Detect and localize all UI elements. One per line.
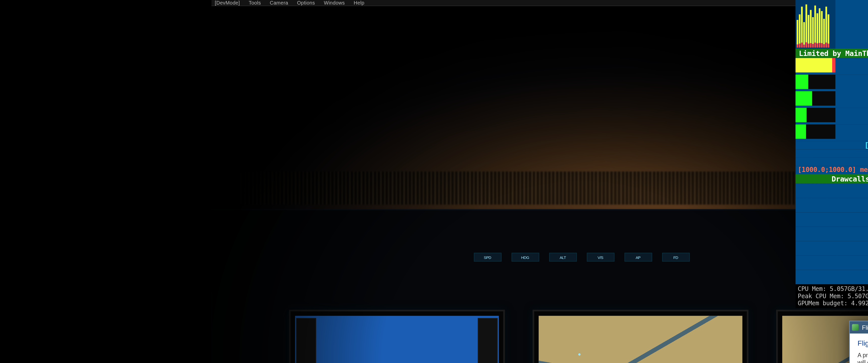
error-dialog[interactable]: FlightSimulator.exe ✕ FlightSimulator.ex… — [849, 321, 868, 363]
mcp-readout[interactable]: HDG — [511, 253, 539, 262]
dialog-heading: FlightSimulator.exe has stopped working — [858, 339, 868, 348]
thread-row: MainThread31.4 ms — [796, 58, 868, 75]
city-lights — [241, 171, 868, 205]
fps-overlay: 38.0 26.31 ms Tearing Inactive Screen 14… — [796, 0, 868, 308]
draw-item: Omni forward0 — [796, 212, 868, 227]
draw-item: Omni forward0 — [796, 184, 868, 198]
thread-ms: 9.1 ms — [839, 133, 868, 141]
mem-footer: CPU Mem: 5.057GB/31.913GBPeak CPU Mem: 5… — [796, 284, 868, 308]
dev-menu-bar[interactable]: [DevMode] Tools Camera Options Windows H… — [212, 0, 868, 6]
gpu-label: GPU — [796, 149, 868, 158]
dialog-titlebar[interactable]: FlightSimulator.exe ✕ — [850, 321, 868, 333]
thread-row: Manipulators4.3 ms — [796, 91, 868, 108]
fps-latency: 26.31 ms — [836, 18, 868, 26]
thread-bar — [796, 108, 835, 122]
thread-name: CoherentGTUIThread — [839, 125, 868, 133]
fps-value: 38.0 — [836, 1, 868, 18]
gpu-ms: 0.0 ms — [796, 158, 868, 166]
draw-item: Omni in frustum0 — [796, 198, 868, 212]
dialog-title: FlightSimulator.exe — [862, 324, 868, 331]
gpu-bracket: [ 0.9;41.2] 90%:10.5 — [796, 141, 868, 149]
drawcalls-header: Drawcalls Face count — [796, 174, 868, 184]
thread-bar — [796, 58, 835, 72]
mcp-readout[interactable]: ALT — [549, 253, 577, 262]
thread-name: RdrThread — [839, 75, 868, 83]
thread-name: Manipulators — [839, 91, 868, 100]
mem-line: GPUMem budget: 4.992GB/23.027GB — [798, 300, 868, 307]
draw-item: Decals0 — [796, 270, 868, 284]
pfd-left[interactable] — [289, 310, 505, 363]
app-icon — [852, 324, 859, 331]
thread-ms: 3.2 ms — [839, 116, 868, 125]
menu-devmode[interactable]: [DevMode] — [215, 0, 240, 5]
mcp-readout[interactable]: FD — [662, 253, 690, 262]
mcp-panel[interactable]: SPD HDG ALT V/S AP FD — [294, 238, 868, 276]
thread-ms: 10.0 ms — [839, 83, 868, 91]
menu-help[interactable]: Help — [354, 0, 364, 5]
menu-tools[interactable]: Tools — [249, 0, 261, 5]
draw-item: Reflection probes0 — [796, 256, 868, 270]
stereo-left-eye: SPD HDG ALT V/S AP FD — [212, 0, 868, 363]
limited-by: Limited by MainThread — [796, 48, 868, 58]
thread-row: CoherentGTDraw3.2 ms — [796, 108, 868, 125]
menu-options[interactable]: Options — [297, 0, 315, 5]
thread-row: CoherentGTUIThread9.1 ms — [796, 125, 868, 141]
thread-ms: 4.3 ms — [839, 100, 868, 108]
menu-windows[interactable]: Windows — [324, 0, 345, 5]
mcp-readout[interactable]: V/S — [587, 253, 614, 262]
thread-ms: 31.4 ms — [839, 66, 868, 75]
dialog-body: A problem caused the program to stop wor… — [858, 352, 868, 363]
thread-bar — [796, 91, 835, 106]
thread-bar — [796, 125, 835, 139]
mcp-readout[interactable]: AP — [624, 253, 652, 262]
gpu-budget: [1000.0;1000.0] med:1000.0 — [796, 166, 868, 174]
nd-center[interactable] — [533, 310, 749, 363]
thread-row: RdrThread10.0 ms — [796, 75, 868, 91]
mem-line: CPU Mem: 5.057GB/31.913GB — [798, 285, 868, 293]
thread-name: MainThread — [839, 58, 868, 66]
thread-bar — [796, 75, 835, 89]
mcp-readout[interactable]: SPD — [474, 253, 501, 262]
mem-line: Peak CPU Mem: 5.507GB — [798, 293, 868, 300]
menu-camera[interactable]: Camera — [270, 0, 288, 5]
efis-row — [289, 310, 868, 363]
fps-graph — [796, 0, 835, 48]
thread-name: CoherentGTDraw — [839, 108, 868, 116]
draw-item: Light probes0 — [796, 241, 868, 256]
draw-item: Spot/Omni shadows0 — [796, 227, 868, 241]
